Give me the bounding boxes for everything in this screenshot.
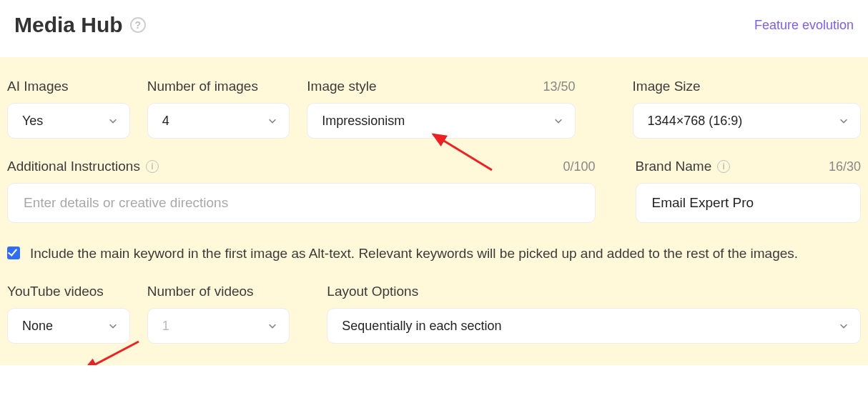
chevron-down-icon xyxy=(267,321,277,331)
alt-text-label: Include the main keyword in the first im… xyxy=(30,243,798,264)
ai-images-label: AI Images xyxy=(7,79,69,94)
chevron-down-icon xyxy=(108,116,118,126)
chevron-down-icon xyxy=(108,321,118,331)
image-size-value: 1344×768 (16:9) xyxy=(648,114,743,129)
feature-evolution-link[interactable]: Feature evolution xyxy=(754,18,854,33)
layout-select[interactable]: Sequentially in each section xyxy=(327,308,861,344)
num-images-label: Number of images xyxy=(147,79,258,94)
youtube-value: None xyxy=(22,319,53,334)
ai-images-select[interactable]: Yes xyxy=(7,103,130,139)
instructions-counter: 0/100 xyxy=(563,159,596,174)
num-videos-value: 1 xyxy=(162,319,169,334)
page-title: Media Hub xyxy=(14,13,123,37)
youtube-label: YouTube videos xyxy=(7,284,104,299)
help-icon[interactable]: ? xyxy=(130,17,146,33)
num-images-value: 4 xyxy=(162,114,169,129)
layout-label: Layout Options xyxy=(327,284,418,299)
num-videos-label: Number of videos xyxy=(147,284,254,299)
info-icon[interactable]: i xyxy=(717,160,730,173)
youtube-select[interactable]: None xyxy=(7,308,130,344)
brand-input[interactable] xyxy=(636,183,861,223)
chevron-down-icon xyxy=(839,321,849,331)
image-size-select[interactable]: 1344×768 (16:9) xyxy=(633,103,861,139)
info-icon[interactable]: i xyxy=(146,160,159,173)
chevron-down-icon xyxy=(839,116,849,126)
chevron-down-icon xyxy=(267,116,277,126)
image-style-label: Image style xyxy=(307,79,376,94)
brand-label: Brand Name i xyxy=(636,159,731,174)
image-size-label: Image Size xyxy=(633,79,701,94)
instructions-input[interactable] xyxy=(7,183,596,223)
num-images-select[interactable]: 4 xyxy=(147,103,290,139)
image-style-counter: 13/50 xyxy=(543,79,576,94)
chevron-down-icon xyxy=(553,116,563,126)
layout-value: Sequentially in each section xyxy=(342,319,501,334)
ai-images-value: Yes xyxy=(22,114,43,129)
num-videos-select: 1 xyxy=(147,308,290,344)
brand-counter: 16/30 xyxy=(829,159,861,174)
image-style-select[interactable]: Impressionism xyxy=(307,103,575,139)
image-style-value: Impressionism xyxy=(322,114,405,129)
alt-text-checkbox[interactable] xyxy=(7,247,20,259)
instructions-label: Additional Instructions i xyxy=(7,159,159,174)
